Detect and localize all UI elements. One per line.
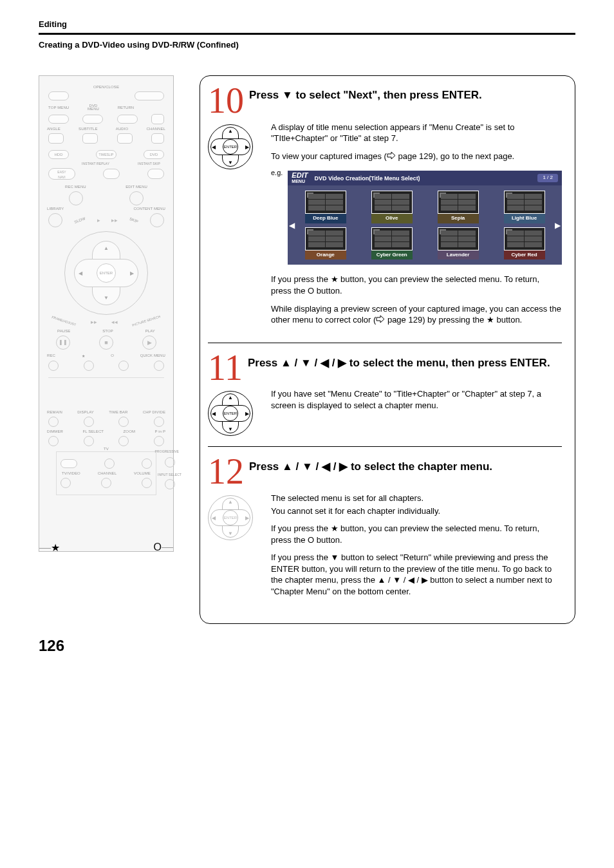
callout-star: ★	[51, 542, 60, 553]
label-display: DISPLAY	[77, 410, 94, 414]
star-icon: ★	[331, 274, 339, 284]
callout-o: O	[154, 542, 162, 552]
remote-enter-button: ENTER	[97, 263, 116, 283]
thumb-cyber-red: 08	[504, 227, 545, 250]
step-11-p1: If you have set "Menu Create" to "Title+…	[271, 388, 562, 411]
title-menu-panel: EDITMENU DVD Video Creation(Title Menu S…	[288, 171, 562, 265]
step-12-p4: If you press the ▼ button to select "Ret…	[271, 552, 562, 597]
step-divider	[208, 343, 562, 343]
label-menu: MENU	[88, 107, 99, 111]
remain-button	[48, 417, 59, 427]
label-progressive: PROGRESSIVE	[155, 449, 180, 453]
dimmer-button	[48, 436, 59, 446]
thumb-cyber-green: 06	[371, 227, 413, 250]
thumb-label: Sepia	[438, 214, 479, 223]
label-rec-menu: REC MENU	[65, 185, 86, 189]
thumb-lavender: 07	[438, 227, 479, 250]
label-chp-divide: CHP DIVIDE	[143, 410, 165, 414]
thumb-label: Orange	[305, 250, 346, 260]
star-icon: ★	[331, 524, 339, 533]
angle-button	[48, 133, 64, 144]
input-select-button	[165, 479, 175, 489]
label-remain: REMAIN	[47, 410, 62, 414]
panel-nav-right: ▶	[555, 220, 561, 231]
instant-replay-button	[103, 169, 120, 179]
label-angle: ANGLE	[47, 127, 60, 131]
quick-menu-button	[154, 361, 164, 371]
return-button	[117, 115, 138, 124]
label-dimmer: DIMMER	[47, 429, 63, 433]
thumb-label: Olive	[371, 214, 413, 223]
tv-group: TV PROGRESSIVE TV/VIDEO CHANNEL VOLUME I…	[56, 451, 156, 495]
header-rule	[39, 33, 575, 35]
label-tv: TV	[100, 447, 113, 451]
step-10-p3: If you press the ★ button, you can previ…	[271, 274, 562, 296]
display-button	[84, 417, 94, 427]
label-timebar: TIME BAR	[109, 410, 127, 414]
pause-button: ❚❚	[56, 335, 70, 350]
fl-select-button	[84, 436, 94, 446]
label-edit-menu: EDIT MENU	[126, 185, 147, 189]
step-number-10: 10	[208, 86, 244, 115]
step-10-p1: A display of title menu selection appear…	[271, 122, 562, 144]
thumb-light-blue: 04	[504, 191, 545, 214]
label-pause: PAUSE	[57, 329, 70, 333]
step-10-p4: While displaying a preview screen of you…	[271, 303, 562, 326]
label-fl-select: FL SELECT	[82, 429, 104, 433]
remote-dpad: ENTER ▲▼◀▶	[64, 231, 148, 315]
label-zoom: ZOOM	[124, 429, 135, 433]
step-10-title: Press ▼ to select "Next", then press ENT…	[249, 89, 482, 101]
thumb-orange: 05	[305, 227, 346, 250]
rec-button	[48, 361, 59, 371]
step-divider	[208, 446, 562, 447]
thumb-label: Light Blue	[504, 214, 545, 223]
tv-vol-up-button	[142, 458, 152, 469]
step-12-title: Press ▲ / ▼ / ◀ / ▶ to select the chapte…	[249, 460, 492, 473]
label-o: O	[111, 354, 114, 358]
label-open-close: OPEN/CLOSE	[46, 85, 167, 89]
label-instant-skip: INSTANT SKIP	[138, 162, 160, 165]
step-12-p2: You cannot set it for each chapter indiv…	[271, 505, 562, 517]
section-header: Editing	[39, 19, 575, 29]
label-instant-replay: INSTANT REPLAY	[82, 162, 109, 165]
label-picture-search: PICTURE SEARCH	[132, 314, 162, 330]
step-12-p1: The selected menu is set for all chapter…	[271, 493, 562, 504]
label-return: RETURN	[118, 106, 135, 109]
power-button	[135, 91, 164, 100]
zoom-button	[118, 436, 129, 446]
label-input-select: INPUT SELECT	[158, 473, 181, 476]
thumb-label: Cyber Red	[504, 250, 545, 260]
label-slow: SLOW	[73, 216, 86, 224]
label-content-menu: CONTENT MENU	[134, 207, 165, 211]
tv-vol-down-button	[142, 478, 152, 488]
label-top-menu: TOP MENU	[48, 106, 69, 109]
label-quick-menu: QUICK MENU	[140, 354, 165, 358]
dvd-button: DVD	[144, 150, 164, 159]
eject-button	[48, 91, 69, 100]
pinp-button	[154, 436, 164, 446]
star-button	[84, 361, 94, 371]
easy-navi-button: EASY NAVI	[48, 168, 75, 180]
label-audio: AUDIO	[116, 127, 129, 131]
panel-edit-label: EDIT	[292, 171, 308, 179]
tv-ch-up-button	[104, 458, 115, 469]
audio-button	[117, 133, 133, 144]
panel-menu-label: MENU	[292, 179, 305, 184]
timebar-button	[118, 417, 129, 427]
thumb-deep-blue: 01	[305, 191, 346, 214]
edit-menu-button	[129, 191, 144, 205]
page-number: 126	[39, 637, 575, 655]
label-pinp: P in P	[154, 429, 165, 433]
progressive-button	[165, 457, 175, 467]
tv-video-button	[60, 478, 71, 488]
label-tv-video: TV/VIDEO	[62, 471, 80, 475]
label-frame-adjust: FRAME/ADJUST	[50, 315, 77, 329]
dpad-icon: ENTER ▲▼◀▶	[208, 124, 253, 169]
dvd-menu-button	[82, 115, 103, 124]
tv-ch-down-button	[101, 478, 111, 488]
step-number-11: 11	[208, 354, 243, 382]
content-menu-button	[150, 213, 164, 227]
label-skip: SKIP	[129, 217, 139, 223]
steps-panel: 10 Press ▼ to select "Next", then press …	[200, 75, 575, 624]
remote-illustration: OPEN/CLOSE TOP MENU DVDMENU RETURN ANGLE…	[39, 75, 174, 552]
